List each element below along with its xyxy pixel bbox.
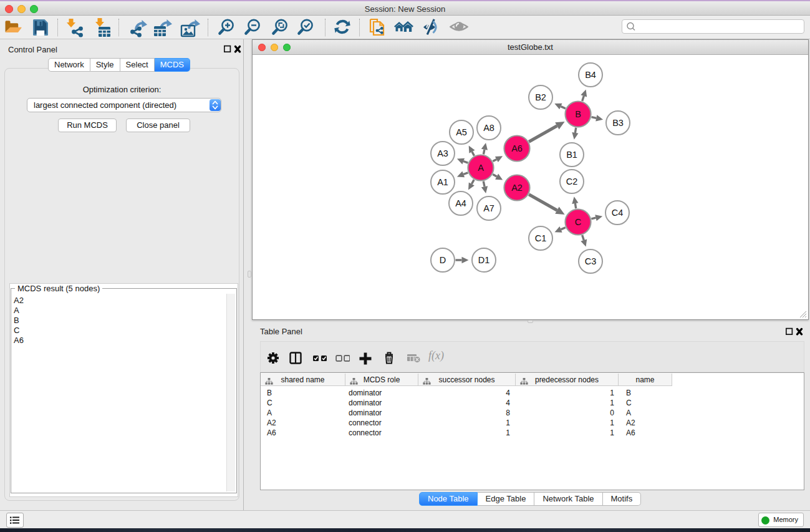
svg-text:A2: A2 xyxy=(511,183,523,193)
svg-text:B4: B4 xyxy=(585,70,596,80)
svg-text:B1: B1 xyxy=(566,150,577,160)
svg-text:A4: A4 xyxy=(455,198,466,208)
svg-text:B: B xyxy=(575,109,581,119)
svg-text:B2: B2 xyxy=(535,92,546,102)
svg-text:C3: C3 xyxy=(585,256,597,266)
svg-text:B3: B3 xyxy=(612,118,624,128)
svg-text:D: D xyxy=(440,255,446,265)
svg-text:D1: D1 xyxy=(478,255,490,265)
svg-text:C2: C2 xyxy=(566,177,578,186)
svg-text:A7: A7 xyxy=(483,203,494,213)
svg-text:A: A xyxy=(478,163,484,173)
svg-text:A5: A5 xyxy=(456,127,467,137)
svg-text:C: C xyxy=(575,217,581,227)
svg-text:A6: A6 xyxy=(511,143,523,153)
svg-text:A1: A1 xyxy=(437,177,448,187)
svg-text:C4: C4 xyxy=(612,208,624,218)
svg-text:A3: A3 xyxy=(437,148,448,158)
svg-text:A8: A8 xyxy=(483,123,494,133)
svg-text:C1: C1 xyxy=(535,233,547,243)
